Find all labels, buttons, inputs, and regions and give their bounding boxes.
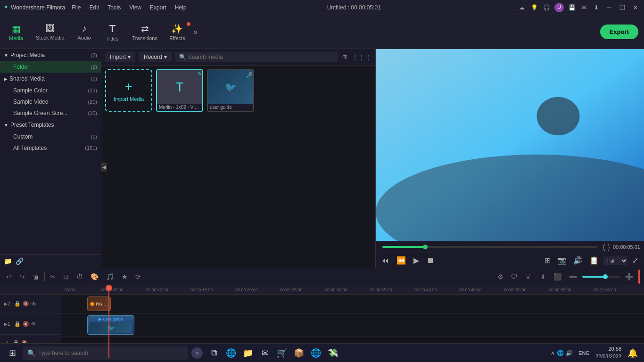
screenshot-button[interactable]: 📷 — [555, 255, 569, 266]
play-button[interactable]: ▶ — [412, 255, 421, 266]
project-media-section[interactable]: ▼ Project Media (2) — [0, 49, 101, 61]
track2-clip-rg[interactable]: 🔶 RG... — [87, 296, 111, 311]
toolbar-transitions[interactable]: ⇄ Transitions — [127, 21, 163, 43]
toolbar-audio[interactable]: ♪ Audio — [70, 21, 99, 42]
notification-icon[interactable]: 🔔 — [625, 346, 640, 361]
tray-expand-icon[interactable]: ∧ — [551, 350, 555, 356]
delete-button[interactable]: 🗑 — [30, 272, 41, 282]
tl-audio-settings-button[interactable]: 🎚 — [537, 272, 548, 282]
taskbar-multitask-icon[interactable]: ⧉ — [206, 346, 222, 361]
track1-clip-userguide[interactable]: ▶ user guide 🐦 — [87, 315, 134, 335]
toolbar-media[interactable]: ▦ Media — [2, 21, 30, 43]
sidebar-item-sample-video[interactable]: Sample Video (20) — [0, 96, 101, 107]
captions-button[interactable]: ⬛ — [551, 272, 564, 282]
toolbar-titles[interactable]: T Titles — [99, 21, 127, 43]
settings-button[interactable]: ⚙ — [495, 272, 506, 282]
media-search-bar[interactable]: 🔍 — [175, 52, 338, 62]
import-media-tile[interactable]: + Import Media — [105, 69, 152, 112]
progress-handle[interactable] — [423, 245, 428, 249]
track2-mute-icon[interactable]: 🔇 — [23, 301, 29, 307]
track1-eye-icon[interactable]: 👁 — [31, 321, 36, 327]
taskbar-search-input[interactable] — [38, 350, 183, 356]
taskbar-mail-icon[interactable]: ✉ — [257, 346, 272, 361]
lightbulb-icon[interactable]: 💡 — [530, 3, 538, 12]
track2-lock-icon[interactable]: 🔒 — [14, 301, 21, 307]
taskbar-explorer-icon[interactable]: 📁 — [240, 346, 256, 361]
preview-progress-bar[interactable] — [382, 246, 597, 248]
zoom-handle[interactable] — [603, 274, 608, 279]
tray-lang[interactable]: ENG — [578, 350, 590, 356]
maximize-button[interactable]: ❐ — [618, 3, 627, 12]
taskbar-dropbox-icon[interactable]: 📦 — [291, 346, 306, 361]
filter-icon[interactable]: ⚗ — [342, 53, 348, 61]
minimize-button[interactable]: ─ — [604, 3, 614, 12]
fit-to-screen-button[interactable]: ⊞ — [543, 255, 553, 266]
redo-button[interactable]: ↪ — [17, 272, 27, 282]
sidebar-item-all-templates[interactable]: All Templates (151) — [0, 142, 101, 154]
sidebar-item-sample-color[interactable]: Sample Color (25) — [0, 85, 101, 96]
speed-button[interactable]: ⏱ — [74, 272, 85, 282]
taskbar-search[interactable]: 🔍 — [23, 346, 188, 360]
taskbar-filmora-icon[interactable]: 💸 — [325, 346, 340, 361]
collapse-panel-button[interactable]: ◀ — [101, 162, 107, 171]
grid-options-icon[interactable]: ⋮⋮⋮ — [352, 53, 372, 61]
tray-network-icon[interactable]: 🌐 — [557, 350, 564, 356]
headset-icon[interactable]: 🎧 — [542, 3, 551, 12]
cut-button[interactable]: ✂ — [48, 272, 58, 282]
volume-button[interactable]: 🔊 — [571, 255, 585, 266]
taskbar-amazon-icon[interactable]: 🛒 — [274, 346, 289, 361]
track1-lock-icon[interactable]: 🔒 — [14, 321, 21, 327]
audio-button[interactable]: 🎵 — [104, 272, 116, 282]
fullscreen-button[interactable]: ⤢ — [630, 255, 640, 266]
mark-out-icon[interactable]: } — [608, 243, 610, 251]
track1-mute-icon[interactable]: 🔇 — [23, 321, 29, 327]
cloud-icon[interactable]: ☁ — [518, 3, 526, 12]
effects-tl-button[interactable]: ★ — [119, 272, 130, 282]
sidebar-item-custom[interactable]: Custom (0) — [0, 131, 101, 142]
skip-back-button[interactable]: ⏮ — [380, 255, 391, 266]
mark-in-icon[interactable]: { — [603, 243, 605, 251]
media-tile-merlin[interactable]: T ✎ Merlin - 1x02 - Valiant.P... — [156, 69, 203, 112]
close-button[interactable]: ✕ — [631, 3, 640, 12]
menu-tools[interactable]: Tools — [104, 3, 124, 12]
playhead[interactable]: ✂ — [108, 285, 109, 294]
add-folder-icon[interactable]: 📁 — [4, 257, 12, 265]
search-input[interactable] — [188, 54, 334, 60]
playlist-button[interactable]: 📋 — [587, 255, 601, 266]
step-back-button[interactable]: ⏪ — [395, 255, 408, 266]
zoom-select[interactable]: Full 50% 75% — [603, 256, 627, 265]
crop-button[interactable]: ⊡ — [61, 272, 71, 282]
sidebar-item-sample-green[interactable]: Sample Green Scre... (10) — [0, 107, 101, 119]
media-tile-userguide[interactable]: 🐦 ✓ ⊞ user guide — [207, 69, 254, 112]
export-button[interactable]: Export — [600, 25, 638, 39]
playhead-handle[interactable] — [638, 270, 640, 284]
record-button[interactable]: Record ▾ — [139, 52, 172, 62]
taskbar-cortana-icon[interactable]: ○ — [190, 346, 205, 361]
avatar-icon[interactable]: U — [554, 3, 564, 12]
toolbar-more-button[interactable]: » — [191, 26, 199, 38]
zoom-in-button[interactable]: ➕ — [623, 272, 636, 282]
stop-button[interactable]: ⏹ — [425, 255, 436, 266]
toolbar-stock-media[interactable]: 🖼 Stock Media — [30, 21, 70, 42]
import-button[interactable]: Import ▾ — [105, 52, 135, 62]
taskbar-browser2-icon[interactable]: 🌐 — [308, 346, 323, 361]
ai-button[interactable]: ⟳ — [133, 272, 143, 282]
shield-button[interactable]: 🛡 — [509, 272, 520, 282]
color-button[interactable]: 🎨 — [88, 272, 101, 282]
undo-button[interactable]: ↩ — [4, 272, 14, 282]
link-icon[interactable]: 🔗 — [16, 257, 24, 265]
save-icon[interactable]: 💾 — [568, 3, 576, 12]
tray-volume-icon[interactable]: 🔊 — [566, 350, 573, 356]
toolbar-effects[interactable]: ✨ Effects — [163, 21, 191, 43]
track2-eye-icon[interactable]: 👁 — [31, 301, 36, 307]
preset-templates-section[interactable]: ▼ Preset Templates — [0, 119, 101, 131]
menu-help[interactable]: Help — [171, 3, 190, 12]
zoom-out-button[interactable]: ➖ — [567, 272, 579, 282]
sidebar-item-folder[interactable]: Folder (2) — [0, 61, 101, 73]
menu-file[interactable]: File — [68, 3, 84, 12]
taskbar-edge-icon[interactable]: 🌐 — [223, 346, 239, 361]
start-button[interactable]: ⊞ — [4, 345, 21, 362]
menu-export[interactable]: Export — [146, 3, 170, 12]
zoom-slider[interactable] — [582, 276, 620, 278]
shared-media-section[interactable]: ▶ Shared Media (0) — [0, 73, 101, 85]
